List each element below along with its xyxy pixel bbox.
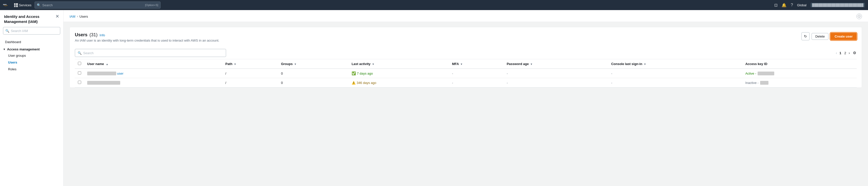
path-cell: /	[222, 78, 278, 88]
sidebar-item-user-groups[interactable]: User groups	[0, 52, 63, 59]
filter-console-sign-in-icon[interactable]: ▼	[644, 63, 646, 65]
path-value: /	[225, 71, 226, 75]
create-user-button[interactable]: Create user	[831, 33, 857, 40]
panel-actions: ↻ Delete Create user	[802, 32, 857, 40]
col-access-key-label: Access key ID	[745, 62, 767, 66]
path-value: /	[225, 81, 226, 85]
groups-cell: 0	[278, 78, 348, 88]
page-content: Users (31) Info An IAM user is an identi…	[63, 22, 868, 93]
col-console-sign-in: Console last sign-in ▼	[608, 59, 742, 69]
help-icon[interactable]: ?	[790, 3, 793, 7]
filter-password-age-icon[interactable]: ▼	[530, 63, 533, 65]
pagination-next-button[interactable]: ›	[847, 51, 851, 56]
access-key-status: Active -	[745, 71, 756, 75]
password-age-cell: -	[503, 68, 608, 78]
sort-username-icon[interactable]: ▲	[106, 63, 108, 65]
access-key-cell: Active - ████████	[742, 68, 857, 78]
col-path-label: Path	[225, 62, 232, 66]
pagination-current-page: 1	[839, 51, 841, 55]
last-activity-text: 7 days ago	[357, 71, 373, 75]
password-age-cell: -	[503, 78, 608, 88]
users-table: User name ▲ Path ▼ Groups ▼	[75, 59, 857, 88]
path-cell: /	[222, 68, 278, 78]
filter-last-activity-icon[interactable]: ▼	[372, 63, 374, 65]
top-navigation: aws Services 🔍 [Option+S] ⊡ 🔔 ? Global █…	[0, 0, 868, 10]
console-sign-in-value: -	[611, 71, 612, 75]
sidebar-search-icon: 🔍	[5, 29, 9, 33]
username-link[interactable]: user	[117, 71, 124, 75]
select-all-header	[75, 59, 84, 69]
sidebar-header: Identity and AccessManagement (IAM) ✕	[0, 10, 63, 27]
search-icon: 🔍	[37, 3, 41, 7]
console-sign-in-cell: -	[608, 78, 742, 88]
grid-icon	[14, 3, 18, 7]
sidebar-section-label: Access management	[7, 48, 39, 51]
col-console-sign-in-label: Console last sign-in	[611, 62, 643, 66]
username-link[interactable]: ████████████████	[87, 81, 120, 85]
panel-title-section: Users (31) Info An IAM user is an identi…	[75, 32, 219, 42]
account-info[interactable]: ████████████████████████	[810, 3, 865, 7]
table-search-icon: 🔍	[78, 51, 82, 55]
check-circle-icon: ✅	[351, 71, 356, 75]
chevron-down-icon: ▼	[3, 48, 5, 51]
breadcrumb-iam-link[interactable]: IAM	[69, 14, 75, 19]
password-age-value: -	[506, 71, 507, 75]
sidebar-item-dashboard[interactable]: Dashboard	[0, 38, 63, 45]
aws-logo[interactable]: aws	[3, 2, 11, 8]
panel-title-row: Users (31) Info	[75, 32, 219, 37]
sidebar-title: Identity and AccessManagement (IAM)	[4, 14, 39, 24]
pagination-total-pages: 2	[844, 51, 846, 55]
last-activity-text: 346 days ago	[356, 81, 376, 85]
col-username: User name ▲	[84, 59, 222, 69]
row-select-checkbox[interactable]	[78, 81, 81, 84]
region-selector[interactable]: Global	[797, 3, 806, 7]
filter-mfa-icon[interactable]: ▼	[460, 63, 463, 65]
table-header: User name ▲ Path ▼ Groups ▼	[75, 59, 857, 69]
sidebar-item-label: User groups	[8, 54, 26, 58]
last-activity-value: ✅ 7 days ago	[351, 71, 446, 75]
col-last-activity-label: Last activity	[351, 62, 371, 66]
services-menu[interactable]: Services	[14, 3, 31, 7]
refresh-button[interactable]: ↻	[802, 32, 809, 40]
page-info-button[interactable]: ⓘ	[857, 13, 862, 19]
mfa-cell: -	[449, 68, 503, 78]
filter-groups-icon[interactable]: ▼	[294, 63, 297, 65]
col-mfa: MFA ▼	[449, 59, 503, 69]
access-key-value: Inactive - ████	[745, 81, 854, 85]
panel-header: Users (31) Info An IAM user is an identi…	[75, 32, 857, 42]
sidebar-item-users[interactable]: Users	[0, 59, 63, 66]
access-key-blurred: ████████	[757, 71, 774, 75]
sidebar-item-label: Roles	[8, 67, 17, 71]
panel-description: An IAM user is an identity with long-ter…	[75, 38, 219, 42]
app-layout: Identity and AccessManagement (IAM) ✕ 🔍 …	[0, 10, 868, 186]
mfa-value: -	[452, 71, 453, 75]
pagination-settings-button[interactable]: ⚙	[852, 50, 857, 56]
pagination-controls: ‹ 1 2 › ⚙	[835, 50, 857, 56]
terminal-icon[interactable]: ⊡	[774, 3, 777, 7]
sidebar-item-roles[interactable]: Roles	[0, 66, 63, 72]
select-all-checkbox[interactable]	[78, 62, 81, 65]
password-age-value: -	[506, 81, 507, 85]
row-select-checkbox[interactable]	[78, 71, 81, 74]
global-search-input[interactable]	[42, 3, 144, 7]
delete-button[interactable]: Delete	[811, 33, 829, 40]
info-link[interactable]: Info	[99, 33, 105, 37]
sidebar-close-button[interactable]: ✕	[56, 14, 59, 19]
pagination-prev-button[interactable]: ‹	[835, 51, 838, 56]
services-label: Services	[19, 3, 31, 7]
username-cell: ██████████████ user	[84, 68, 222, 78]
col-path: Path ▼	[222, 59, 278, 69]
sidebar-search-input[interactable]	[11, 29, 58, 33]
global-search-bar: 🔍 [Option+S]	[34, 1, 160, 8]
main-content-area: IAM › Users ⓘ Users (31) Info An IAM use…	[63, 10, 868, 186]
sidebar-section-access-management[interactable]: ▼ Access management	[0, 45, 63, 52]
col-mfa-label: MFA	[452, 62, 459, 66]
access-key-status: Inactive -	[745, 81, 758, 85]
bell-icon[interactable]: 🔔	[781, 3, 786, 7]
last-activity-cell: ⚠️ 346 days ago	[348, 78, 449, 88]
table-row: ██████████████ user / 0 ✅ 7 days ago	[75, 68, 857, 78]
sidebar: Identity and AccessManagement (IAM) ✕ 🔍 …	[0, 10, 63, 186]
col-password-age-label: Password age	[506, 62, 528, 66]
filter-path-icon[interactable]: ▼	[234, 63, 237, 65]
table-search-input[interactable]	[83, 51, 223, 55]
